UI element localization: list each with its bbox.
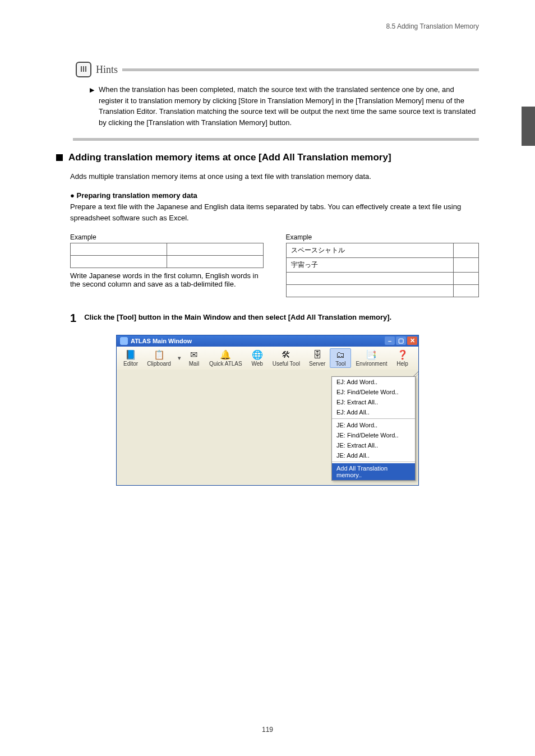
quickatlas-tool-icon: 🔔 xyxy=(219,349,232,361)
prepare-text: Prepare a text file with the Japanese an… xyxy=(70,201,479,224)
tool-tool-icon: 🗂 xyxy=(334,349,347,361)
mail-tool[interactable]: ✉Mail xyxy=(183,348,205,368)
window-title: ATLAS Main Window xyxy=(131,338,385,344)
environment-tool-icon: 📑 xyxy=(365,349,377,361)
table-row xyxy=(71,255,264,268)
tool-label: Mail xyxy=(189,361,199,367)
dropdown-arrow-icon[interactable]: ▾ xyxy=(176,348,183,368)
tool-label: Server xyxy=(309,361,325,367)
server-tool-icon: 🗄 xyxy=(311,349,324,361)
tool-label: Clipboard xyxy=(147,361,171,367)
table-row xyxy=(71,243,264,255)
menu-item[interactable]: JE: Find/Delete Word.. xyxy=(332,430,415,440)
useful-tool[interactable]: 🛠Useful Tool xyxy=(268,348,305,368)
sidebar-tab xyxy=(522,107,535,146)
table-intro-text: Write Japanese words in the first column… xyxy=(70,271,264,288)
menu-separator xyxy=(332,462,415,462)
menu-item[interactable]: EJ: Extract All.. xyxy=(332,397,415,407)
clipboard-tool[interactable]: 📋Clipboard xyxy=(142,348,176,368)
window-titlebar[interactable]: ATLAS Main Window – ▢ ✕ xyxy=(117,335,418,347)
table-row xyxy=(286,284,479,297)
maximize-button[interactable]: ▢ xyxy=(396,336,406,345)
help-tool[interactable]: ❓Help xyxy=(392,348,413,368)
help-tool-icon: ❓ xyxy=(396,349,409,361)
quickatlas-tool[interactable]: 🔔Quick ATLAS xyxy=(205,348,247,368)
app-icon xyxy=(120,337,128,345)
page-number: 119 xyxy=(262,726,273,734)
mail-tool-icon: ✉ xyxy=(188,349,200,361)
table-row: 宇宙っ子 xyxy=(286,257,479,272)
web-tool[interactable]: 🌐Web xyxy=(247,348,268,368)
example-table-left xyxy=(70,243,264,268)
atlas-main-window: ATLAS Main Window – ▢ ✕ 📘Editor📋Clipboar… xyxy=(116,335,419,486)
tool-label: Tool xyxy=(335,361,345,367)
example-label-left: Example xyxy=(70,233,264,241)
running-head: 8.5 Adding Translation Memory xyxy=(386,22,479,30)
minimize-button[interactable]: – xyxy=(385,336,395,345)
example-label-right: Example xyxy=(286,233,479,241)
tool-dropdown-menu: EJ: Add Word..EJ: Find/Delete Word..EJ: … xyxy=(331,376,416,481)
menu-item[interactable]: JE: Add All.. xyxy=(332,450,415,460)
menu-item[interactable]: JE: Extract All.. xyxy=(332,440,415,450)
server-tool[interactable]: 🗄Server xyxy=(305,348,330,368)
editor-tool-icon: 📘 xyxy=(124,349,137,361)
editor-tool[interactable]: 📘Editor xyxy=(119,348,142,368)
step-number: 1 xyxy=(70,310,76,327)
hints-text: When the translation has been completed,… xyxy=(99,84,479,128)
hints-header: Hints xyxy=(76,62,479,77)
tool-label: Editor xyxy=(123,361,138,367)
environment-tool[interactable]: 📑Environment xyxy=(351,348,391,368)
section-para1: Adds multiple translation memory items a… xyxy=(70,171,479,182)
svg-rect-0 xyxy=(81,66,82,72)
menu-add-all-translation-memory[interactable]: Add All Translation memory.. xyxy=(332,463,415,480)
step1-text: Click the [Tool] button in the Main Wind… xyxy=(84,310,391,327)
section-bullet-icon xyxy=(56,154,63,161)
toolbar: 📘Editor📋Clipboard▾✉Mail🔔Quick ATLAS🌐Web🛠… xyxy=(117,347,418,370)
example-table-right: スペースシャトル 宇宙っ子 xyxy=(286,243,479,297)
tool-tool[interactable]: 🗂Tool xyxy=(330,348,351,368)
clipboard-tool-icon: 📋 xyxy=(153,349,165,361)
menu-item[interactable]: EJ: Add All.. xyxy=(332,407,415,417)
tool-label: Useful Tool xyxy=(273,361,300,367)
tool-label: Environment xyxy=(356,361,387,367)
menu-separator xyxy=(332,418,415,419)
menu-item[interactable]: EJ: Find/Delete Word.. xyxy=(332,387,415,397)
hints-label: Hints xyxy=(96,64,118,76)
table-row: スペースシャトル xyxy=(286,243,479,257)
prepare-heading: ● Preparing translation memory data xyxy=(70,190,479,201)
tool-label: Help xyxy=(396,361,408,367)
hints-divider-bottom xyxy=(73,138,479,141)
svg-rect-2 xyxy=(85,66,86,72)
section-title: Adding translation memory items at once … xyxy=(68,152,391,163)
tool-label: Quick ATLAS xyxy=(209,361,242,367)
close-button[interactable]: ✕ xyxy=(407,336,417,345)
bullet-arrow-icon: ▶ xyxy=(90,85,94,128)
table-row xyxy=(286,272,479,284)
tool-label: Web xyxy=(251,361,262,367)
svg-rect-1 xyxy=(83,66,84,72)
web-tool-icon: 🌐 xyxy=(251,349,264,361)
useful-tool-icon: 🛠 xyxy=(280,349,292,361)
hints-divider-top xyxy=(122,68,479,71)
menu-item[interactable]: EJ: Add Word.. xyxy=(332,377,415,387)
menu-item[interactable]: JE: Add Word.. xyxy=(332,420,415,430)
pencil-icon xyxy=(76,62,91,77)
